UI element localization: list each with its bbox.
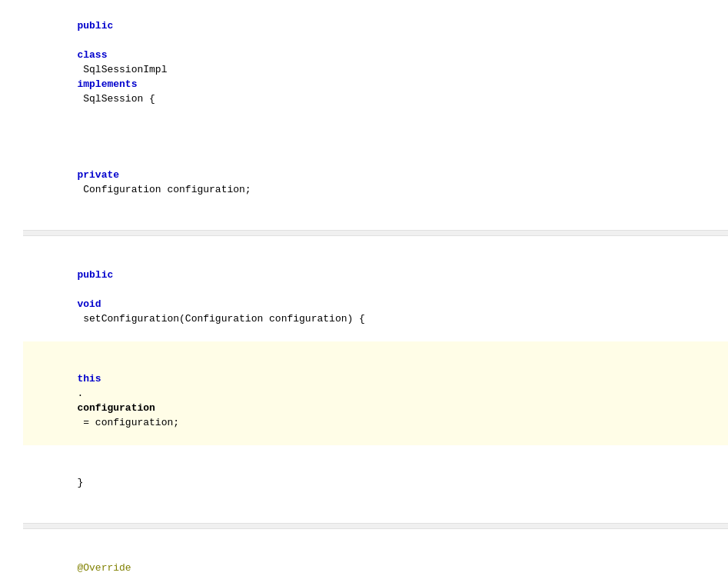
section-divider-2 <box>23 523 728 529</box>
line-this-config: this . configuration = configuration; <box>23 341 728 445</box>
keyword-public: public <box>77 20 113 32</box>
code-editor: public class SqlSessionImpl implements S… <box>0 0 728 576</box>
line-class-decl: public class SqlSessionImpl implements S… <box>23 3 728 122</box>
line-blank3 <box>23 505 728 521</box>
line-blank1 <box>23 122 728 138</box>
keyword-class: class <box>77 49 107 61</box>
line-override: @Override <box>23 531 728 576</box>
section-divider-1 <box>23 230 728 236</box>
line-close-setconfig: } <box>23 445 728 505</box>
code-area: public class SqlSessionImpl implements S… <box>0 0 728 576</box>
keyword-implements: implements <box>77 78 137 90</box>
line-blank2 <box>23 212 728 228</box>
line-setconfig: public void setConfiguration(Configurati… <box>23 238 728 341</box>
line-private-field: private Configuration configuration; <box>23 138 728 212</box>
